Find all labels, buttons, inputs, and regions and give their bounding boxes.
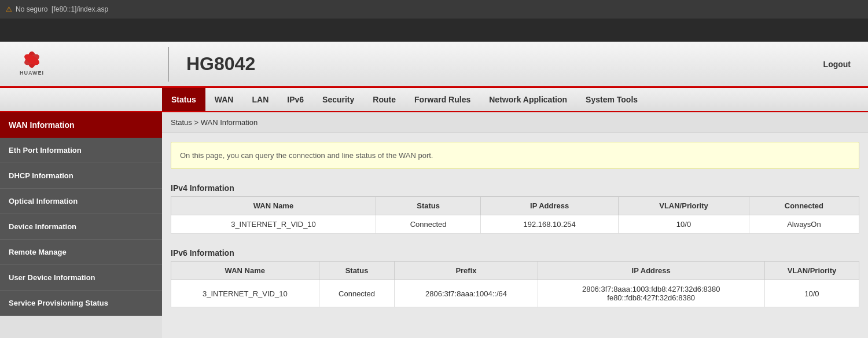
ipv4-ip-address: 192.168.10.254 xyxy=(481,215,619,234)
table-row: 3_INTERNET_R_VID_10 Connected 2806:3f7:8… xyxy=(171,280,859,307)
ipv6-col-vlan: VLAN/Priority xyxy=(764,262,859,280)
table-row: 3_INTERNET_R_VID_10 Connected 192.168.10… xyxy=(171,215,859,234)
warning-icon: ⚠ xyxy=(6,5,12,13)
ipv4-col-vlan: VLAN/Priority xyxy=(619,197,749,215)
ipv4-col-connected: Connected xyxy=(749,197,859,215)
sidebar-item-user-device[interactable]: User Device Information xyxy=(0,265,162,291)
nav-lan[interactable]: LAN xyxy=(242,88,278,111)
nav-ipv6[interactable]: IPv6 xyxy=(278,88,313,111)
nav-route[interactable]: Route xyxy=(363,88,405,111)
nav-security[interactable]: Security xyxy=(313,88,363,111)
security-warning: No seguro xyxy=(16,5,47,13)
ipv4-vlan: 10/0 xyxy=(619,215,749,234)
ipv4-section-title: IPv4 Information xyxy=(162,178,868,196)
breadcrumb: Status > WAN Information xyxy=(162,112,868,133)
sidebar-item-remote-manage[interactable]: Remote Manage xyxy=(0,240,162,265)
sidebar-item-device[interactable]: Device Information xyxy=(0,214,162,240)
sidebar-item-service-provisioning[interactable]: Service Provisioning Status xyxy=(0,291,162,316)
ipv4-col-status: Status xyxy=(376,197,480,215)
ipv6-ip-line2: fe80::fdb8:427f:32d6:8380 xyxy=(607,293,695,302)
ipv6-section-title: IPv6 Information xyxy=(162,243,868,261)
ipv6-col-status: Status xyxy=(319,262,395,280)
ipv4-col-ip-address: IP Address xyxy=(481,197,619,215)
header: HUAWEI HG8042 Logout xyxy=(0,42,868,88)
model-title: HG8042 xyxy=(175,42,823,86)
nav-status[interactable]: Status xyxy=(162,88,205,111)
ipv6-ip-address: 2806:3f7:8aaa:1003:fdb8:427f:32d6:8380 f… xyxy=(538,280,764,307)
huawei-logo: HUAWEI xyxy=(12,48,52,80)
header-divider xyxy=(168,47,169,82)
content-layout: WAN Information Eth Port Information DHC… xyxy=(0,112,868,338)
svg-text:HUAWEI: HUAWEI xyxy=(20,70,44,76)
ipv4-table: WAN Name Status IP Address VLAN/Priority… xyxy=(171,196,859,234)
url-bar[interactable]: [fe80::1]/index.asp xyxy=(52,5,108,13)
ipv6-col-ip-address: IP Address xyxy=(538,262,764,280)
nav-bar: Status WAN LAN IPv6 Security Route Forwa… xyxy=(0,88,868,112)
ipv6-ip-line1: 2806:3f7:8aaa:1003:fdb8:427f:32d6:8380 xyxy=(582,285,720,293)
ipv4-status: Connected xyxy=(376,215,480,234)
info-box: On this page, you can query the connecti… xyxy=(171,142,859,169)
sidebar-item-optical[interactable]: Optical Information xyxy=(0,189,162,214)
ipv4-col-wan-name: WAN Name xyxy=(171,197,376,215)
page-wrapper: HUAWEI HG8042 Logout Status WAN LAN IPv6… xyxy=(0,42,868,338)
sidebar-item-eth-port[interactable]: Eth Port Information xyxy=(0,138,162,163)
logo-area: HUAWEI xyxy=(0,42,162,86)
ipv4-connected: AlwaysOn xyxy=(749,215,859,234)
nav-network-application[interactable]: Network Application xyxy=(480,88,576,111)
ipv4-wan-name: 3_INTERNET_R_VID_10 xyxy=(171,215,376,234)
sidebar-header: WAN Information xyxy=(0,112,162,138)
nav-forward-rules[interactable]: Forward Rules xyxy=(405,88,480,111)
nav-wan[interactable]: WAN xyxy=(205,88,243,111)
ipv6-wan-name: 3_INTERNET_R_VID_10 xyxy=(171,280,319,307)
ipv6-vlan: 10/0 xyxy=(764,280,859,307)
ipv6-status: Connected xyxy=(319,280,395,307)
browser-toolbar xyxy=(0,19,868,42)
ipv6-prefix: 2806:3f7:8aaa:1004::/64 xyxy=(395,280,538,307)
logout-button[interactable]: Logout xyxy=(823,42,868,86)
sidebar-item-dhcp[interactable]: DHCP Information xyxy=(0,163,162,189)
nav-system-tools[interactable]: System Tools xyxy=(576,88,647,111)
ipv6-col-prefix: Prefix xyxy=(395,262,538,280)
ipv6-col-wan-name: WAN Name xyxy=(171,262,319,280)
ipv6-table: WAN Name Status Prefix IP Address VLAN/P… xyxy=(171,261,859,307)
sidebar: WAN Information Eth Port Information DHC… xyxy=(0,112,162,338)
main-content: Status > WAN Information On this page, y… xyxy=(162,112,868,338)
browser-bar: ⚠ No seguro [fe80::1]/index.asp xyxy=(0,0,868,19)
